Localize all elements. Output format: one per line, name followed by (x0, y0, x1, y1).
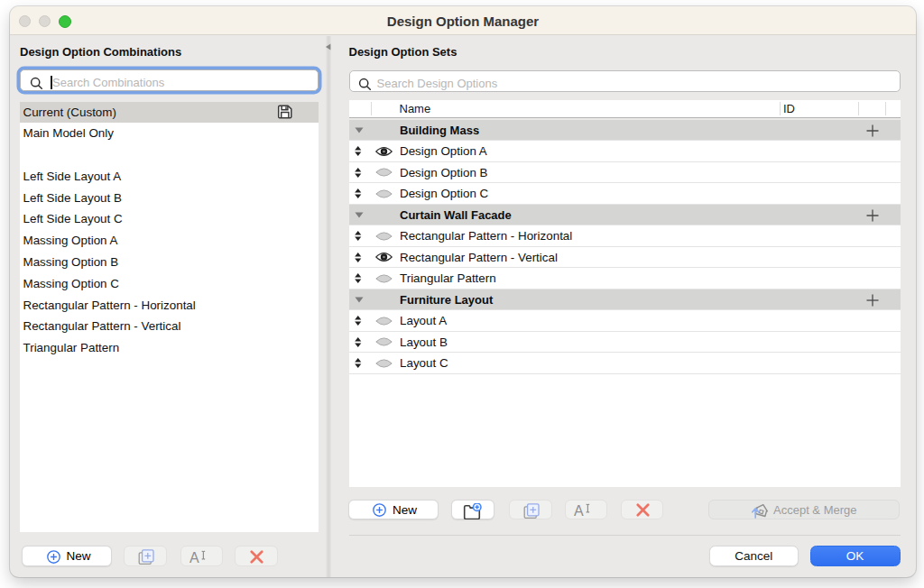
svg-text:A: A (574, 503, 584, 519)
svg-text:A: A (189, 549, 199, 565)
